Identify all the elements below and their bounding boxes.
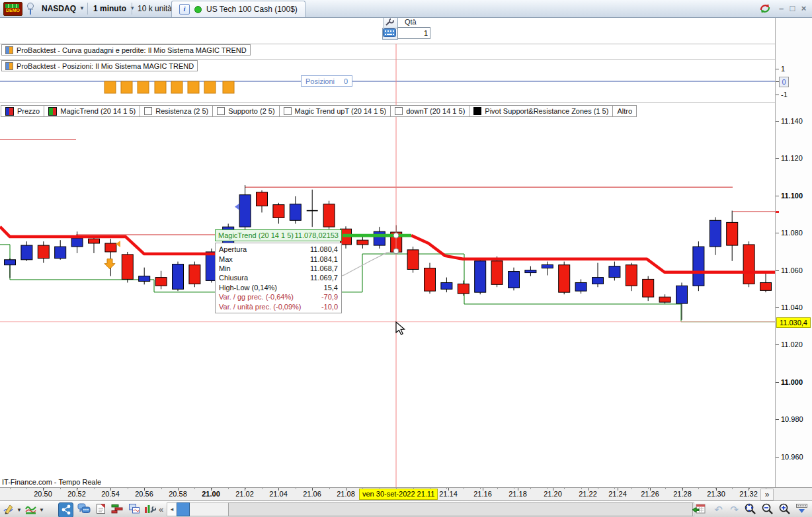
tooltip-body: Apertura11.080,4Max11.084,1Min11.068,7Ch… bbox=[215, 243, 342, 313]
legend-checkbox[interactable] bbox=[144, 107, 152, 115]
info-icon[interactable]: i bbox=[179, 4, 190, 15]
zoom-area-button[interactable] bbox=[743, 502, 757, 516]
panel-collapse-button[interactable] bbox=[795, 502, 809, 516]
goto-date-button[interactable] bbox=[692, 502, 706, 516]
minor-time-tick bbox=[464, 488, 464, 489]
tooltip-row: Max11.084,1 bbox=[216, 254, 341, 263]
qty-input[interactable] bbox=[397, 27, 430, 39]
close-button[interactable]: × bbox=[799, 3, 809, 13]
trading-platform-window: DEMO NASDAQ▼ 1 minuto▼ 10 k unità▼ i US … bbox=[0, 0, 812, 517]
minor-time-tick bbox=[480, 488, 481, 489]
legend-item-label: Prezzo bbox=[17, 107, 40, 115]
chat-button[interactable] bbox=[77, 502, 91, 516]
minor-time-tick bbox=[514, 488, 514, 489]
chart-scrollbar-thumb[interactable] bbox=[228, 502, 693, 516]
mini-axis-tick bbox=[776, 69, 779, 69]
undo-button[interactable]: ↶ bbox=[711, 502, 725, 516]
instrument-label: NASDAQ bbox=[42, 4, 76, 13]
chart-settings-button[interactable] bbox=[143, 502, 157, 516]
zoom-out-icon bbox=[760, 502, 774, 516]
panel-collapse-icon bbox=[795, 503, 809, 516]
price-label: 10.980 bbox=[781, 415, 803, 423]
tooltip-row-value: -70,9 bbox=[321, 293, 338, 301]
scroll-right-button[interactable]: » bbox=[760, 489, 774, 500]
price-tick bbox=[776, 419, 779, 420]
collapse-toolbar-button[interactable]: « bbox=[159, 504, 163, 514]
market-open-status-icon bbox=[194, 6, 202, 13]
price-axis[interactable]: 10-111.14011.12011.10011.08011.06011.040… bbox=[775, 17, 812, 487]
tooltip-row-value: 11.080,4 bbox=[310, 245, 338, 253]
order-settings-button[interactable] bbox=[384, 17, 398, 28]
backtest-equity-text: ProBacktest - Curva guadagni e perdite: … bbox=[17, 46, 247, 54]
pin-icon[interactable] bbox=[25, 1, 36, 16]
time-label: 21.32 bbox=[739, 490, 758, 498]
zoom-out-button[interactable] bbox=[760, 502, 774, 516]
redo-icon: ↷ bbox=[730, 504, 739, 516]
minimize-button[interactable]: – bbox=[776, 3, 786, 13]
tooltip-row: Var. / unità prec. (-0,09%)-10,0 bbox=[216, 301, 341, 311]
time-label: 21.02 bbox=[235, 490, 254, 498]
chevron-down-icon[interactable]: ▼ bbox=[17, 507, 22, 513]
legend-item-downt-20-14-1-5-[interactable]: downT (20 14 1 5) bbox=[390, 105, 469, 117]
legend-item-altro[interactable]: Altro bbox=[612, 105, 637, 117]
minor-time-tick bbox=[396, 488, 397, 489]
mini-axis-tick bbox=[776, 95, 779, 95]
axis-red-tick bbox=[776, 211, 779, 213]
minor-time-tick bbox=[362, 488, 363, 489]
legend-item-prezzo[interactable]: Prezzo bbox=[1, 105, 44, 117]
price-label: 11.040 bbox=[781, 303, 803, 311]
time-label: 21.28 bbox=[673, 490, 692, 498]
indicator-icon bbox=[5, 46, 13, 54]
instrument-dropdown[interactable]: NASDAQ▼ bbox=[37, 1, 89, 15]
time-label: 20.52 bbox=[67, 490, 86, 498]
minor-time-tick bbox=[329, 488, 330, 489]
news-button[interactable] bbox=[94, 502, 108, 516]
chevron-down-icon: ▼ bbox=[79, 5, 85, 11]
legend-item-pivot-support-resistance-zones-1-5-[interactable]: Pivot Support&Resistance Zones (1 5) bbox=[469, 105, 613, 117]
refresh-icon[interactable] bbox=[758, 2, 772, 17]
legend-checkbox[interactable] bbox=[217, 107, 225, 115]
minor-time-tick bbox=[413, 488, 414, 489]
indicators-button[interactable] bbox=[24, 502, 38, 516]
time-axis[interactable]: ven 30-set-2022 21.11 » 20.5020.5220.542… bbox=[0, 487, 812, 501]
positions-tag[interactable]: Posizioni 0 bbox=[301, 75, 352, 87]
legend-checkbox[interactable] bbox=[395, 107, 403, 115]
legend-item-resistenza-2-5-[interactable]: Resistenza (2 5) bbox=[140, 105, 213, 117]
minor-time-tick bbox=[614, 488, 615, 489]
demo-account-icon: DEMO bbox=[3, 2, 22, 16]
time-label: 21.14 bbox=[439, 490, 458, 498]
tooltip-row: Apertura11.080,4 bbox=[216, 245, 341, 254]
zoom-in-button[interactable] bbox=[778, 502, 792, 516]
crosshair-date-label: ven 30-set-2022 21.11 bbox=[359, 489, 438, 500]
price-label: 11.080 bbox=[781, 229, 803, 237]
windows-button[interactable] bbox=[127, 502, 141, 516]
orders-button[interactable] bbox=[110, 502, 124, 516]
redo-button[interactable]: ↷ bbox=[727, 502, 741, 516]
backtest-positions-label[interactable]: ProBacktest - Posizioni: Il Mio Sistema … bbox=[1, 60, 198, 71]
time-label: 20.50 bbox=[34, 490, 52, 498]
chevron-down-icon[interactable]: ▼ bbox=[39, 507, 44, 513]
scroll-left-arrow[interactable]: ◂ bbox=[167, 502, 177, 516]
market-tab[interactable]: i US Tech 100 Cash (100$) bbox=[171, 1, 305, 17]
time-label: 21.20 bbox=[544, 490, 562, 498]
legend-item-magictrend-20-14-1-5-[interactable]: MagicTrend (20 14 1 5) bbox=[44, 105, 140, 117]
maximize-button[interactable]: □ bbox=[788, 3, 797, 13]
legend-item-supporto-2-5-[interactable]: Supporto (2 5) bbox=[212, 105, 279, 117]
legend-item-magic-trend-upt-20-14-1-5-[interactable]: Magic Trend upT (20 14 1 5) bbox=[279, 105, 391, 117]
tooltip-row-label: Max bbox=[219, 255, 233, 263]
positions-tag-value: 0 bbox=[344, 77, 348, 85]
price-tick bbox=[776, 233, 779, 233]
panel-divider bbox=[0, 102, 775, 103]
scrollbar-position-marker[interactable] bbox=[177, 502, 190, 516]
share-button[interactable] bbox=[58, 502, 73, 517]
time-label: 21.08 bbox=[337, 490, 355, 498]
keyboard-order-button[interactable] bbox=[382, 28, 398, 40]
legend-checkbox[interactable] bbox=[284, 107, 292, 115]
time-label: 20.56 bbox=[135, 490, 153, 498]
backtest-positions-text: ProBacktest - Posizioni: Il Mio Sistema … bbox=[17, 62, 194, 70]
draw-button[interactable] bbox=[1, 502, 15, 516]
price-label: 11.000 bbox=[781, 378, 803, 386]
backtest-equity-label[interactable]: ProBacktest - Curva guadagni e perdite: … bbox=[1, 44, 251, 56]
price-label: 10.960 bbox=[781, 453, 803, 461]
tooltip-row-value: 11.084,1 bbox=[310, 255, 338, 263]
